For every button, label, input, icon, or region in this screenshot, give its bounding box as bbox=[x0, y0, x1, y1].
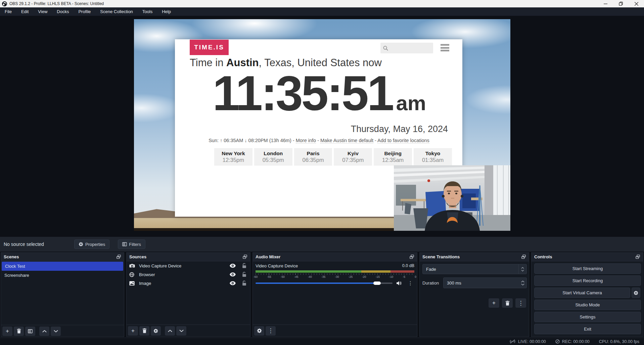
gear-icon bbox=[634, 291, 638, 295]
settings-button[interactable]: Settings bbox=[534, 312, 641, 322]
chevron-down-icon bbox=[521, 270, 524, 271]
timeis-sun-info: Sun: ↑ 06:35AM ↓ 08:20PM (13h 46m) - Mor… bbox=[190, 138, 448, 143]
image-icon bbox=[129, 281, 135, 286]
preview-canvas[interactable]: TIME.IS Time in Austin, Texas, United St… bbox=[134, 19, 510, 231]
move-scene-down-button[interactable] bbox=[51, 327, 61, 336]
menu-edit[interactable]: Edit bbox=[16, 7, 33, 16]
popout-icon[interactable] bbox=[409, 254, 414, 259]
city-card: New York12:35pm bbox=[214, 148, 252, 166]
start-recording-button[interactable]: Start Recording bbox=[534, 275, 641, 286]
clock-ampm: am bbox=[396, 91, 426, 115]
timeis-date: Thursday, May 16, 2024 bbox=[175, 124, 448, 134]
move-source-down-button[interactable] bbox=[176, 326, 186, 336]
visibility-toggle[interactable] bbox=[229, 264, 236, 268]
add-scene-button[interactable]: + bbox=[2, 327, 12, 336]
volume-slider-handle[interactable] bbox=[373, 282, 381, 285]
chevron-up-icon bbox=[42, 330, 47, 333]
filter-icon bbox=[122, 242, 127, 247]
menu-profile[interactable]: Profile bbox=[74, 7, 95, 16]
visibility-toggle[interactable] bbox=[229, 272, 236, 276]
timeis-clock: 11:35:51am bbox=[188, 69, 450, 118]
source-properties-button[interactable] bbox=[151, 326, 161, 336]
mixer-channel-row: Video Capture Device 0.0 dB bbox=[256, 263, 414, 268]
lock-toggle[interactable] bbox=[241, 263, 247, 268]
window-title: OBS 29.1.2 - Profile: LLHLS BETA - Scene… bbox=[9, 1, 104, 6]
mixer-options-button[interactable]: ⋮ bbox=[266, 326, 276, 336]
meter-scale: -60-55-50-45-40-35-30-25-20-15-10-50 bbox=[254, 275, 416, 278]
move-source-up-button[interactable] bbox=[165, 326, 175, 336]
close-button[interactable] bbox=[629, 0, 644, 7]
properties-button[interactable]: Properties bbox=[74, 240, 109, 249]
mute-toggle[interactable] bbox=[397, 281, 402, 286]
transitions-header: Scene Transitions bbox=[420, 253, 529, 261]
popout-icon[interactable] bbox=[242, 254, 247, 259]
remove-source-button[interactable] bbox=[139, 326, 149, 336]
menu-view[interactable]: View bbox=[33, 7, 52, 16]
restore-button[interactable] bbox=[613, 0, 629, 7]
camera-icon bbox=[129, 263, 135, 268]
add-favorite-link: Add to favorite locations bbox=[377, 138, 429, 143]
chevron-up-icon bbox=[521, 267, 524, 269]
unlock-icon bbox=[242, 272, 246, 277]
source-item-video-capture[interactable]: Video Capture Device bbox=[127, 261, 250, 270]
virtual-camera-settings-button[interactable] bbox=[632, 288, 640, 298]
add-transition-button[interactable]: + bbox=[489, 298, 499, 308]
duration-spinbox[interactable]: 300 ms bbox=[443, 277, 527, 288]
controls-header: Controls bbox=[532, 253, 643, 261]
popout-icon[interactable] bbox=[635, 254, 640, 259]
transition-dropdown[interactable]: Fade bbox=[422, 264, 527, 274]
eye-icon bbox=[230, 272, 236, 276]
exit-button[interactable]: Exit bbox=[534, 324, 641, 334]
advanced-audio-button[interactable] bbox=[254, 326, 264, 336]
minimize-button[interactable] bbox=[598, 0, 613, 7]
menu-scene-collection[interactable]: Scene Collection bbox=[95, 7, 138, 16]
hamburger-menu-icon bbox=[441, 44, 449, 51]
studio-mode-button[interactable]: Studio Mode bbox=[534, 300, 641, 310]
add-source-button[interactable]: + bbox=[128, 326, 138, 336]
remove-scene-button[interactable] bbox=[14, 327, 24, 336]
menu-file[interactable]: File bbox=[0, 7, 16, 16]
scene-item-clock-test[interactable]: Clock Test bbox=[2, 262, 123, 271]
move-scene-up-button[interactable] bbox=[39, 327, 49, 336]
gear-icon bbox=[79, 242, 83, 247]
source-item-image[interactable]: Image bbox=[127, 279, 250, 288]
chevron-down-icon bbox=[54, 330, 58, 333]
dropdown-spinner[interactable] bbox=[518, 264, 526, 274]
start-virtual-camera-button[interactable]: Start Virtual Camera bbox=[534, 288, 630, 298]
rec-status: REC: 00:00:00 bbox=[555, 339, 590, 344]
scene-item-screenshare[interactable]: Screenshare bbox=[1, 271, 124, 280]
volume-slider[interactable] bbox=[256, 283, 393, 284]
visibility-toggle[interactable] bbox=[229, 281, 236, 285]
start-streaming-button[interactable]: Start Streaming bbox=[534, 263, 641, 274]
popout-icon[interactable] bbox=[116, 254, 121, 259]
channel-options-button[interactable]: ⋮ bbox=[406, 280, 414, 286]
menu-tools[interactable]: Tools bbox=[138, 7, 157, 16]
remove-transition-button[interactable] bbox=[502, 298, 513, 308]
record-inactive-icon bbox=[555, 339, 560, 344]
clock-digits: 11:35:51 bbox=[213, 66, 393, 121]
volume-row: ⋮ bbox=[256, 280, 414, 286]
audio-mixer-header: Audio Mixer bbox=[253, 253, 417, 261]
sources-header: Sources bbox=[127, 253, 250, 261]
sources-panel: Sources Video Capture Device Browser Ima… bbox=[126, 252, 250, 337]
menu-docks[interactable]: Docks bbox=[52, 7, 74, 16]
city-card: Kyiv07:35pm bbox=[334, 148, 372, 166]
scenes-footer-toolbar: + bbox=[1, 325, 124, 337]
popout-icon[interactable] bbox=[521, 254, 526, 259]
status-bar: LIVE: 00:00:00 REC: 00:00:00 CPU: 0.6%, … bbox=[0, 338, 644, 345]
transition-buttons: + ⋮ bbox=[489, 298, 526, 308]
meter-tick-marks bbox=[256, 273, 414, 275]
controls-panel: Controls Start Streaming Start Recording… bbox=[531, 252, 643, 337]
filters-button[interactable]: Filters bbox=[118, 240, 145, 249]
spinbox-arrows[interactable] bbox=[521, 281, 524, 286]
title-bar: OBS 29.1.2 - Profile: LLHLS BETA - Scene… bbox=[0, 0, 644, 7]
filter-icon bbox=[28, 329, 33, 334]
speaker-icon bbox=[397, 281, 402, 286]
volume-meter bbox=[256, 270, 414, 273]
lock-toggle[interactable] bbox=[241, 272, 247, 277]
scene-filters-button[interactable] bbox=[25, 327, 35, 336]
source-item-browser[interactable]: Browser bbox=[127, 270, 250, 279]
menu-help[interactable]: Help bbox=[157, 7, 176, 16]
lock-toggle[interactable] bbox=[241, 281, 247, 286]
transition-options-button[interactable]: ⋮ bbox=[515, 298, 526, 308]
